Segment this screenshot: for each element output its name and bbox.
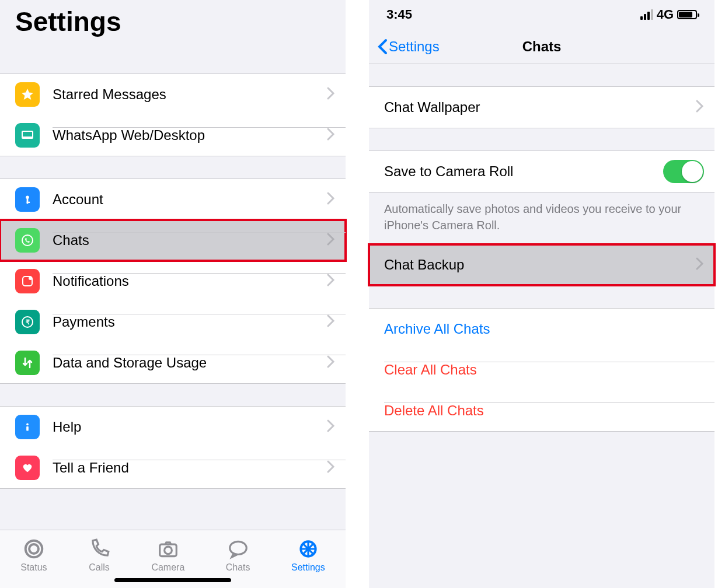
row-account[interactable]: Account [0,179,346,220]
row-notifications[interactable]: Notifications [0,261,346,302]
row-data-storage[interactable]: Data and Storage Usage [0,342,346,383]
svg-point-15 [165,547,172,554]
row-label: Archive All Chats [384,321,490,337]
settings-screen: Settings Starred Messages WhatsApp Web/D… [0,0,346,588]
tab-calls[interactable]: Calls [88,538,110,573]
settings-group-2: Account Chats Notifications [0,178,346,384]
row-save-camera-roll[interactable]: Save to Camera Roll [369,151,714,192]
wallpaper-section: Chat Wallpaper [369,86,714,128]
row-label: Chat Backup [384,257,464,273]
svg-text:₹: ₹ [26,318,30,326]
svg-point-7 [29,276,32,280]
chevron-right-icon [696,100,704,115]
chevron-right-icon [327,460,335,475]
data-icon [15,351,40,375]
tab-label: Status [20,562,47,573]
svg-point-10 [26,424,29,426]
row-label: Starred Messages [53,86,166,103]
tab-camera[interactable]: Camera [151,538,184,573]
desktop-icon [15,123,40,148]
chevron-right-icon [327,87,335,102]
page-title: Chats [522,38,562,55]
row-tell-friend[interactable]: Tell a Friend [0,447,346,488]
actions-section: Archive All Chats Clear All Chats Delete… [369,308,714,432]
save-camera-toggle[interactable] [663,160,704,183]
svg-point-12 [26,540,43,557]
status-time: 3:45 [386,7,412,22]
chevron-right-icon [327,314,335,330]
svg-rect-4 [27,202,30,203]
chevron-right-icon [327,274,335,289]
camera-roll-footer: Automatically save photos and videos you… [369,192,714,244]
tab-label: Camera [151,562,184,573]
svg-rect-11 [26,426,29,430]
row-starred-messages[interactable]: Starred Messages [0,74,346,115]
signal-icon [640,9,653,20]
row-delete-all[interactable]: Delete All Chats [369,390,714,431]
row-label: Account [53,191,103,208]
star-icon [15,82,40,107]
row-label: Save to Camera Roll [384,163,513,180]
row-chat-wallpaper[interactable]: Chat Wallpaper [369,87,714,128]
row-chats[interactable]: Chats [0,220,346,261]
notification-icon [15,269,40,293]
camera-roll-section: Save to Camera Roll [369,150,714,192]
row-help[interactable]: Help [0,407,346,447]
chevron-right-icon [696,257,704,272]
row-chat-backup[interactable]: Chat Backup [369,244,714,285]
chevron-right-icon [327,419,335,435]
whatsapp-icon [15,228,40,253]
svg-rect-1 [22,136,33,138]
row-label: WhatsApp Web/Desktop [53,127,205,144]
row-label: Clear All Chats [384,362,477,378]
home-indicator[interactable] [114,578,231,582]
back-button[interactable]: Settings [377,38,440,55]
network-label: 4G [657,7,674,22]
heart-icon [15,456,40,480]
svg-rect-3 [27,198,29,204]
nav-bar: Settings Chats [369,29,714,64]
chevron-right-icon [327,233,335,248]
row-payments[interactable]: ₹ Payments [0,302,346,342]
svg-point-16 [229,541,246,554]
rupee-icon: ₹ [15,310,40,334]
row-label: Tell a Friend [53,460,129,476]
backup-section: Chat Backup [369,244,714,286]
svg-point-5 [22,235,33,246]
back-label: Settings [389,38,440,55]
battery-icon [677,10,697,19]
chevron-right-icon [327,128,335,143]
tab-label: Settings [291,562,325,573]
chevron-right-icon [327,355,335,370]
row-label: Data and Storage Usage [53,355,207,371]
status-bar: 3:45 4G [369,0,714,29]
tab-label: Calls [89,562,110,573]
row-label: Delete All Chats [384,402,484,419]
svg-point-13 [29,544,39,554]
row-clear-all[interactable]: Clear All Chats [369,349,714,390]
row-label: Chats [53,232,89,249]
row-label: Payments [53,314,115,330]
info-icon [15,415,40,439]
row-label: Notifications [53,273,129,289]
tab-label: Chats [226,562,250,573]
settings-group-3: Help Tell a Friend [0,406,346,489]
row-archive-all[interactable]: Archive All Chats [369,309,714,349]
row-label: Chat Wallpaper [384,99,480,116]
row-label: Help [53,419,81,435]
tab-status[interactable]: Status [20,538,47,573]
key-icon [15,187,40,212]
tab-settings[interactable]: Settings [291,538,325,573]
tab-chats[interactable]: Chats [226,538,250,573]
settings-group-1: Starred Messages WhatsApp Web/Desktop [0,74,346,156]
row-whatsapp-web[interactable]: WhatsApp Web/Desktop [0,115,346,156]
chats-settings-screen: 3:45 4G Settings Chats Chat Wallpaper [369,0,714,588]
page-title: Settings [0,0,346,51]
chevron-right-icon [327,192,335,207]
